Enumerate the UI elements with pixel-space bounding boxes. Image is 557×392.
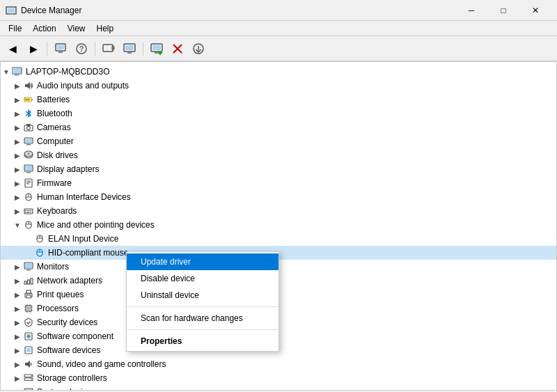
remove-button[interactable]: [168, 39, 187, 58]
hid-arrow: ▶: [12, 190, 23, 204]
batteries-arrow: ▶: [12, 93, 23, 107]
svg-text:?: ?: [79, 45, 84, 53]
tree-item-computer[interactable]: ▶ Computer: [1, 134, 556, 148]
software-comp-label: Software component: [37, 331, 113, 341]
system-arrow: ▶: [12, 385, 23, 390]
computer-arrow: ▶: [12, 134, 23, 148]
tree-item-firmware[interactable]: ▶ Firmware: [1, 176, 556, 190]
menu-help[interactable]: Help: [91, 22, 120, 35]
mice-label: Mice and other pointing devices: [37, 220, 155, 230]
firmware-icon: [23, 178, 34, 189]
tree-item-bluetooth[interactable]: ▶ Bluetooth: [1, 107, 556, 120]
sound-icon: [23, 359, 34, 370]
svg-rect-12: [125, 45, 134, 50]
toolbar-separator-3: [143, 42, 143, 56]
menu-view[interactable]: View: [62, 22, 91, 35]
tree-item-cameras[interactable]: ▶ Cameras: [1, 120, 556, 134]
svg-rect-36: [26, 144, 31, 146]
back-button[interactable]: ◀: [3, 39, 22, 58]
print-icon: [23, 289, 34, 300]
tree-item-audio[interactable]: ▶ Audio inputs and outputs: [1, 79, 556, 93]
app-icon: [6, 5, 17, 16]
disk-arrow: ▶: [12, 148, 23, 162]
tree-item-sound[interactable]: ▶ Sound, video and game controllers: [1, 357, 556, 371]
system-label: System devices: [37, 387, 95, 390]
minimize-button[interactable]: ─: [455, 0, 487, 21]
tree-item-display[interactable]: ▶ Display adapters: [1, 162, 556, 176]
monitor-button[interactable]: [120, 39, 139, 58]
svg-point-39: [28, 153, 30, 155]
security-arrow: ▶: [12, 315, 23, 329]
tree-root[interactable]: ▼ LAPTOP-MQBCDD3O: [1, 65, 556, 79]
root-arrow: ▼: [1, 65, 12, 79]
svg-rect-23: [13, 68, 21, 73]
forward-button[interactable]: ▶: [24, 39, 43, 58]
context-update-driver[interactable]: Update driver: [127, 253, 278, 270]
hid-mouse-label: HID-compliant mouse: [48, 248, 128, 258]
storage-label: Storage controllers: [37, 373, 107, 383]
tree-item-system[interactable]: ▶ System devices: [1, 385, 556, 390]
mice-icon: [23, 219, 34, 230]
svg-rect-13: [127, 52, 132, 54]
svg-rect-1: [8, 8, 15, 13]
firmware-label: Firmware: [37, 178, 72, 188]
audio-icon: [23, 80, 34, 91]
software-dev-icon: [23, 345, 34, 356]
tree-item-keyboards[interactable]: ▶ Keyboards: [1, 204, 556, 218]
close-button[interactable]: ✕: [519, 0, 551, 21]
properties-button[interactable]: [51, 39, 70, 58]
hid-icon: [23, 191, 34, 203]
help-button[interactable]: ?: [72, 39, 91, 58]
update-button[interactable]: [189, 39, 208, 58]
context-disable-device[interactable]: Disable device: [127, 270, 278, 287]
software-dev-label: Software devices: [37, 345, 100, 355]
svg-rect-100: [25, 389, 32, 390]
svg-rect-72: [24, 281, 26, 284]
svg-point-98: [31, 379, 32, 380]
print-label: Print queues: [37, 290, 84, 299]
svg-rect-42: [26, 172, 31, 173]
svg-rect-15: [152, 45, 161, 50]
svg-rect-41: [25, 166, 32, 171]
menu-file[interactable]: File: [3, 22, 27, 35]
print-arrow: ▶: [12, 288, 23, 301]
toolbar-separator-2: [95, 42, 95, 56]
menu-action[interactable]: Action: [27, 22, 61, 35]
scan-button[interactable]: [99, 39, 118, 58]
tree-item-elan[interactable]: ▶ ELAN Input Device: [1, 232, 556, 246]
tree-item-storage[interactable]: ▶ Storage controllers: [1, 371, 556, 385]
svg-rect-77: [26, 295, 31, 298]
main-area: ▼ LAPTOP-MQBCDD3O ▶: [0, 61, 557, 391]
title-bar-buttons: ─ □ ✕: [455, 0, 551, 21]
tree-item-hid[interactable]: ▶ Human Interface Devices: [1, 190, 556, 204]
batteries-label: Batteries: [37, 95, 70, 104]
battery-icon: [23, 94, 34, 105]
audio-arrow: ▶: [12, 79, 23, 93]
tree-item-batteries[interactable]: ▶ Batteries: [1, 93, 556, 107]
audio-label: Audio inputs and outputs: [37, 81, 129, 91]
menu-bar: File Action View Help: [0, 21, 557, 36]
software-dev-arrow: ▶: [12, 343, 23, 357]
svg-rect-58: [27, 212, 30, 213]
display-label: Display adapters: [37, 164, 99, 174]
svg-rect-54: [27, 210, 29, 212]
svg-point-97: [31, 375, 32, 377]
svg-rect-57: [25, 212, 26, 213]
context-separator-1: [127, 306, 278, 307]
camera-icon: [23, 122, 34, 133]
system-icon: [23, 386, 34, 390]
maximize-button[interactable]: □: [487, 0, 519, 21]
hid-label: Human Interface Devices: [37, 192, 131, 202]
security-icon: [23, 317, 34, 328]
disk-icon: [23, 150, 34, 161]
add-button[interactable]: [147, 39, 166, 58]
context-properties[interactable]: Properties: [127, 333, 278, 350]
tree-item-mice[interactable]: ▼ Mice and other pointing devices: [1, 218, 556, 232]
keyboards-arrow: ▶: [12, 204, 23, 218]
context-scan-hardware[interactable]: Scan for hardware changes: [127, 310, 278, 327]
svg-rect-53: [25, 210, 26, 212]
svg-rect-74: [31, 279, 33, 284]
security-label: Security devices: [37, 317, 97, 327]
tree-item-disk[interactable]: ▶ Disk drives: [1, 148, 556, 162]
context-uninstall-device[interactable]: Uninstall device: [127, 287, 278, 304]
